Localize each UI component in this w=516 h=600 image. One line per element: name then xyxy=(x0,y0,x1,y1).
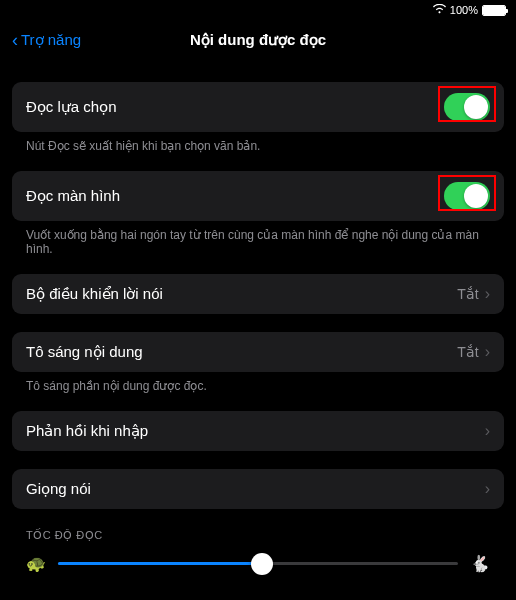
row-label: Bộ điều khiển lời nói xyxy=(26,285,163,303)
chevron-right-icon: › xyxy=(485,343,490,361)
chevron-left-icon: ‹ xyxy=(12,30,18,51)
back-label: Trợ năng xyxy=(21,31,81,49)
row-value: Tắt xyxy=(457,286,478,302)
chevron-right-icon: › xyxy=(485,285,490,303)
row-label: Tô sáng nội dung xyxy=(26,343,143,361)
speak-screen-toggle[interactable] xyxy=(444,182,490,210)
speak-selection-footer: Nút Đọc sẽ xuất hiện khi bạn chọn văn bả… xyxy=(12,132,504,153)
page-title: Nội dung được đọc xyxy=(190,31,326,49)
row-label: Đọc màn hình xyxy=(26,187,120,205)
row-label: Phản hồi khi nhập xyxy=(26,422,148,440)
battery-icon xyxy=(482,5,506,16)
speak-selection-toggle[interactable] xyxy=(444,93,490,121)
wifi-icon xyxy=(433,4,446,16)
row-label: Giọng nói xyxy=(26,480,91,498)
back-button[interactable]: ‹ Trợ năng xyxy=(12,30,81,51)
chevron-right-icon: › xyxy=(485,480,490,498)
status-bar: 100% xyxy=(0,0,516,20)
speaking-rate-slider-container: 🐢 🐇 xyxy=(12,546,504,587)
voices-row[interactable]: Giọng nói › xyxy=(12,469,504,509)
typing-feedback-row[interactable]: Phản hồi khi nhập › xyxy=(12,411,504,451)
speak-screen-footer: Vuốt xuống bằng hai ngón tay từ trên cùn… xyxy=(12,221,504,256)
speech-controller-row[interactable]: Bộ điều khiển lời nói Tắt › xyxy=(12,274,504,314)
chevron-right-icon: › xyxy=(485,422,490,440)
highlight-content-row[interactable]: Tô sáng nội dung Tắt › xyxy=(12,332,504,372)
speaking-rate-slider[interactable] xyxy=(58,562,458,565)
speak-selection-row[interactable]: Đọc lựa chọn xyxy=(12,82,504,132)
speak-screen-row[interactable]: Đọc màn hình xyxy=(12,171,504,221)
rabbit-icon: 🐇 xyxy=(470,554,490,573)
tortoise-icon: 🐢 xyxy=(26,554,46,573)
speaking-rate-header: TỐC ĐỘ ĐỌC xyxy=(12,509,504,546)
navigation-bar: ‹ Trợ năng Nội dung được đọc xyxy=(0,20,516,60)
battery-percentage: 100% xyxy=(450,4,478,16)
slider-thumb[interactable] xyxy=(251,553,273,575)
row-value: Tắt xyxy=(457,344,478,360)
highlight-content-footer: Tô sáng phần nội dung được đọc. xyxy=(12,372,504,393)
row-label: Đọc lựa chọn xyxy=(26,98,117,116)
